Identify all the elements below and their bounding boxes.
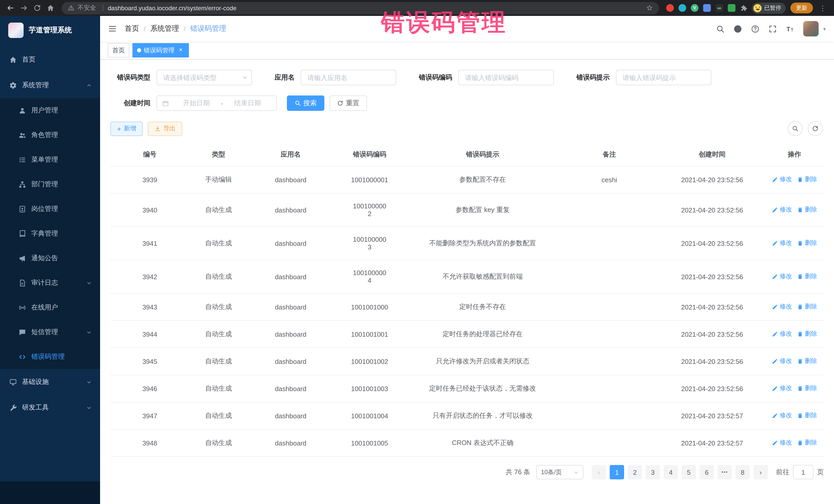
sidebar-item-devtools[interactable]: 研发工具 [0, 395, 100, 420]
breadcrumb-item[interactable]: 首页 [125, 24, 139, 34]
page-size-select[interactable]: 10条/页 [536, 465, 584, 479]
breadcrumb-item[interactable]: 系统管理 [150, 24, 179, 34]
address-bar[interactable]: 不安全 dashboard.yudao.iocoder.cn/system/er… [62, 2, 659, 14]
delete-link[interactable]: 删除 [797, 175, 817, 184]
error-type-select[interactable] [156, 70, 252, 85]
extension-green-icon[interactable] [728, 4, 736, 12]
sidebar-item-home[interactable]: 首页 [0, 47, 100, 72]
sidebar-item-user[interactable]: 用户管理 [0, 98, 100, 123]
browser-forward-icon[interactable] [18, 2, 30, 14]
edit-link[interactable]: 修改 [772, 239, 792, 248]
pager-page-5[interactable]: 5 [682, 465, 696, 479]
edit-link[interactable]: 修改 [772, 175, 792, 184]
sidebar-item-role[interactable]: 角色管理 [0, 123, 100, 147]
filter-label-create-time: 创建时间 [110, 98, 150, 108]
delete-link[interactable]: 删除 [797, 330, 817, 338]
extension-drop-icon[interactable] [679, 4, 686, 12]
user-avatar[interactable] [803, 21, 819, 37]
font-size-icon[interactable]: TT [786, 24, 794, 33]
edit-link[interactable]: 修改 [772, 411, 792, 420]
browser-menu-icon[interactable]: ⋮ [817, 4, 828, 12]
extension-grid-icon[interactable] [703, 4, 711, 12]
browser-reload-icon[interactable] [31, 2, 43, 14]
sidebar-item-infra[interactable]: 基础设施 [0, 369, 100, 395]
sidebar-item-dept[interactable]: 部门管理 [0, 172, 100, 197]
delete-link-label: 删除 [805, 205, 817, 214]
pager-page-8[interactable]: 8 [736, 465, 750, 479]
error-type-select-input[interactable] [156, 70, 252, 85]
search-button[interactable]: 搜索 [287, 95, 324, 111]
pager-page-1[interactable]: 1 [610, 465, 624, 479]
pager-prev-button[interactable]: ‹ [592, 465, 606, 479]
toggle-search-button[interactable] [788, 121, 803, 136]
sidebar-item-error-code[interactable]: 错误码管理 [0, 344, 100, 369]
delete-link[interactable]: 删除 [797, 357, 817, 366]
edit-icon [772, 386, 778, 392]
sidebar-toggle-icon[interactable] [100, 24, 125, 34]
sidebar-item-system[interactable]: 系统管理 [0, 72, 100, 98]
browser-update-button[interactable]: 更新 [790, 3, 813, 13]
browser-back-icon[interactable] [4, 2, 17, 14]
pager-page-4[interactable]: 4 [664, 465, 678, 479]
pager-page-2[interactable]: 2 [628, 465, 642, 479]
error-message-input[interactable] [616, 70, 711, 85]
tab-error-code[interactable]: 错误码管理× [132, 43, 189, 58]
chevron-down-icon[interactable]: ▾ [823, 26, 826, 31]
refresh-button[interactable] [808, 121, 823, 136]
extensions-puzzle-icon[interactable] [740, 4, 747, 12]
delete-link[interactable]: 删除 [797, 384, 817, 393]
edit-link[interactable]: 修改 [772, 384, 792, 393]
export-button[interactable]: 导出 [148, 122, 182, 136]
table-header-row: 编号类型应用名错误码编码错误码提示备注创建时间操作 [110, 143, 824, 166]
fullscreen-icon[interactable] [768, 24, 777, 33]
goto-page-input[interactable] [793, 465, 813, 479]
sidebar-footer [0, 481, 100, 504]
profile-chip[interactable]: 已暂停 [752, 2, 786, 14]
document-icon [19, 279, 26, 287]
add-button[interactable]: + 新增 [110, 122, 143, 136]
search-icon[interactable] [716, 24, 725, 33]
delete-link[interactable]: 删除 [797, 205, 817, 214]
app-logo[interactable]: 芋道管理系统 [0, 16, 100, 45]
sidebar-item-sms[interactable]: 短信管理 [0, 320, 100, 344]
delete-link[interactable]: 删除 [797, 439, 817, 447]
sidebar-item-post[interactable]: 岗位管理 [0, 197, 100, 221]
edit-link[interactable]: 修改 [772, 330, 792, 338]
cell-code: 1001001000 [334, 293, 406, 321]
bookmark-star-icon[interactable] [646, 5, 653, 11]
create-time-range-picker[interactable]: 开始日期 - 结束日期 [156, 95, 277, 111]
pager-page-6[interactable]: 6 [700, 465, 714, 479]
pager-next-button[interactable]: › [753, 465, 768, 479]
app-name-input[interactable] [301, 70, 396, 85]
delete-link[interactable]: 删除 [797, 303, 817, 311]
delete-link[interactable]: 删除 [797, 239, 817, 248]
help-icon[interactable] [751, 24, 760, 33]
extension-record-icon[interactable] [666, 4, 674, 12]
cell-remark: ceshi [560, 166, 659, 193]
extension-vue-devtools-icon[interactable]: V [691, 4, 699, 12]
delete-link[interactable]: 删除 [797, 411, 817, 420]
sidebar-item-label: 通知公告 [31, 254, 94, 263]
browser-home-icon[interactable] [44, 2, 57, 14]
edit-link[interactable]: 修改 [772, 303, 792, 311]
edit-link[interactable]: 修改 [772, 439, 792, 447]
pager-ellipsis[interactable]: ••• [718, 465, 732, 479]
sidebar-item-notice[interactable]: 通知公告 [0, 246, 100, 270]
edit-link[interactable]: 修改 [772, 272, 792, 281]
sidebar-item-dict[interactable]: 字典管理 [0, 221, 100, 246]
edit-link[interactable]: 修改 [772, 357, 792, 366]
error-code-input[interactable] [458, 70, 554, 85]
extension-on-icon[interactable]: on [716, 4, 723, 12]
tab-close-icon[interactable]: × [177, 47, 184, 54]
pager-page-3[interactable]: 3 [646, 465, 660, 479]
url-text: dashboard.yudao.iocoder.cn/system/error-… [108, 4, 237, 12]
tab-home[interactable]: 首页 [108, 43, 129, 58]
delete-link[interactable]: 删除 [797, 272, 817, 281]
reset-button[interactable]: 重置 [329, 95, 367, 111]
sidebar-item-audit-log[interactable]: 审计日志 [0, 270, 100, 295]
sidebar-item-menu[interactable]: 菜单管理 [0, 147, 100, 172]
edit-link[interactable]: 修改 [772, 205, 792, 214]
cell-time: 2021-04-20 23:52:56 [659, 348, 765, 375]
github-icon[interactable] [733, 24, 742, 33]
sidebar-item-online-user[interactable]: 在线用户 [0, 295, 100, 320]
